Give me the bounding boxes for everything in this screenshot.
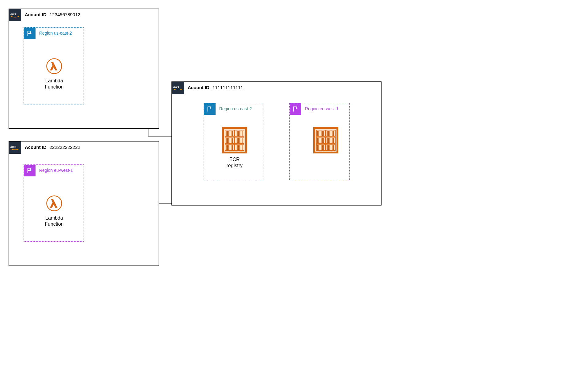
- ecr-registry-icon: [313, 127, 338, 153]
- flag-icon: [290, 103, 301, 115]
- region-box-1: Region us-east-2 Lambda Function: [24, 27, 84, 104]
- account-label-text-1: Acount ID: [25, 12, 47, 17]
- lambda-caption-1: Lambda Function: [37, 78, 71, 90]
- lambda-service-1: Lambda Function: [37, 58, 71, 90]
- lambda-name-2: Lambda: [37, 215, 71, 221]
- account-label-1: Acount ID 123456789012: [25, 12, 80, 17]
- ecr-caption-1: ECR registry: [216, 156, 253, 169]
- account-box-2: aws Acount ID 222222222222 Region eu-wes…: [9, 141, 159, 266]
- flag-icon: [24, 28, 36, 39]
- lambda-icon: [46, 195, 63, 212]
- lambda-caption-2: Lambda Function: [37, 215, 71, 227]
- aws-logo-icon: aws: [172, 82, 184, 94]
- svg-text:aws: aws: [173, 85, 179, 89]
- account-label-text-3: Acount ID: [188, 85, 209, 90]
- account-id-2: 222222222222: [50, 145, 80, 150]
- region-label-4: Region eu-west-1: [305, 106, 339, 111]
- ecr-service-1: ECR registry: [216, 127, 253, 169]
- lambda-sub-1: Function: [37, 84, 71, 90]
- account-id-3: 111111111111: [212, 85, 243, 90]
- region-label-3: Region us-east-2: [219, 106, 252, 111]
- lambda-service-2: Lambda Function: [37, 195, 71, 227]
- account-label-text-2: Acount ID: [25, 145, 47, 150]
- account-label-3: Acount ID 111111111111: [188, 85, 243, 90]
- account-id-1: 123456789012: [50, 12, 80, 17]
- svg-text:aws: aws: [10, 13, 16, 16]
- svg-text:aws: aws: [10, 145, 16, 149]
- account-box-1: aws Acount ID 123456789012 Region us-eas…: [9, 9, 159, 129]
- account-box-3: aws Acount ID 111111111111 Region us-eas…: [171, 81, 382, 205]
- ecr-service-2: [307, 127, 344, 155]
- aws-logo-icon: aws: [9, 9, 21, 21]
- lambda-icon: [46, 58, 63, 75]
- aws-logo-icon: aws: [9, 141, 21, 154]
- region-box-2: Region eu-west-1 Lambda Function: [24, 164, 84, 242]
- region-label-2: Region eu-west-1: [39, 168, 73, 173]
- flag-icon: [204, 103, 216, 115]
- lambda-sub-2: Function: [37, 221, 71, 227]
- diagram-canvas: Pull Imgae Pull Imgae Image Replication …: [0, 0, 579, 392]
- region-box-4: Region eu-west-1: [289, 103, 350, 180]
- account-label-2: Acount ID 222222222222: [25, 145, 80, 150]
- region-box-3: Region us-east-2: [204, 103, 264, 180]
- lambda-name-1: Lambda: [37, 78, 71, 84]
- ecr-registry-icon: [222, 127, 247, 153]
- region-label-1: Region us-east-2: [39, 31, 72, 36]
- ecr-name-1: ECR: [216, 156, 253, 163]
- flag-icon: [24, 165, 36, 176]
- ecr-sub-1: registry: [216, 163, 253, 169]
